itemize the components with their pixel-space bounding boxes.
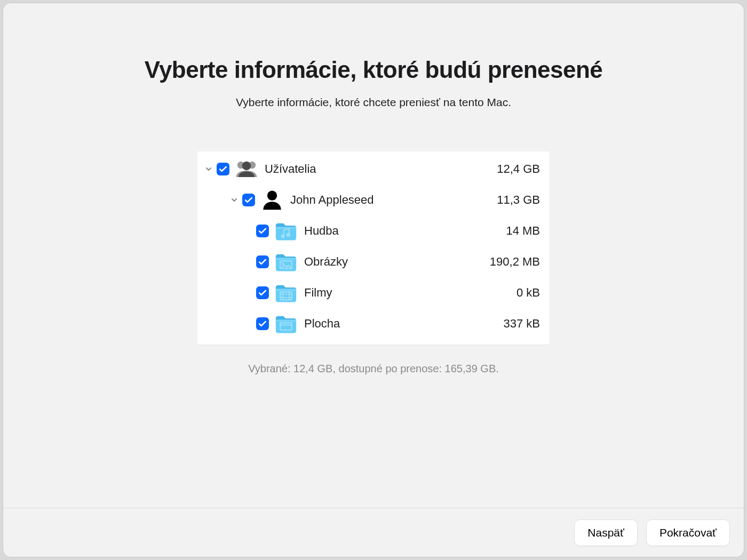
row-size: 12,4 GB [471,162,540,176]
row-size: 14 MB [471,224,540,238]
row-size: 0 kB [471,286,540,300]
folder-music-icon [273,220,299,242]
row-size: 190,2 MB [471,255,540,269]
row-users[interactable]: Užívatelia 12,4 GB [204,154,540,185]
checkbox-movies[interactable] [256,286,269,299]
row-label: Filmy [299,286,471,300]
back-button[interactable]: Naspäť [574,519,638,546]
folder-movies-icon [273,282,299,304]
page-title: Vyberte informácie, ktoré budú prenesené [145,57,603,83]
row-images[interactable]: Obrázky 190,2 MB [204,246,540,277]
continue-button[interactable]: Pokračovať [646,519,730,546]
page-subtitle: Vyberte informácie, ktoré chcete prenies… [236,96,511,109]
row-label: Užívatelia [259,162,471,176]
row-desktop[interactable]: Plocha 337 kB [204,308,540,339]
checkbox-john[interactable] [242,194,255,206]
row-label: John Appleseed [285,193,471,207]
migration-assistant-window: Vyberte informácie, ktoré budú prenesené… [3,3,744,557]
checkbox-music[interactable] [256,225,269,237]
row-music[interactable]: Hudba 14 MB [204,215,540,246]
chevron-down-icon[interactable] [204,164,213,174]
row-size: 11,3 GB [471,193,540,207]
transfer-items-panel: Užívatelia 12,4 GB John Appleseed 11,3 G… [197,151,550,345]
checkbox-images[interactable] [256,255,269,268]
users-group-icon [234,158,259,180]
row-movies[interactable]: Filmy 0 kB [204,277,540,308]
footer-bar: Naspäť Pokračovať [3,508,744,557]
content-area: Vyberte informácie, ktoré budú prenesené… [3,3,744,508]
row-label: Plocha [299,317,471,331]
row-john-appleseed[interactable]: John Appleseed 11,3 GB [204,185,540,215]
row-label: Hudba [299,224,471,238]
checkbox-desktop[interactable] [256,317,269,330]
folder-images-icon [273,251,299,273]
checkbox-users[interactable] [217,163,229,175]
row-label: Obrázky [299,255,471,269]
chevron-down-icon[interactable] [229,195,239,205]
selection-summary: Vybrané: 12,4 GB, dostupné po prenose: 1… [248,363,499,375]
folder-desktop-icon [273,313,299,335]
row-size: 337 kB [471,317,540,331]
user-icon [259,189,285,211]
